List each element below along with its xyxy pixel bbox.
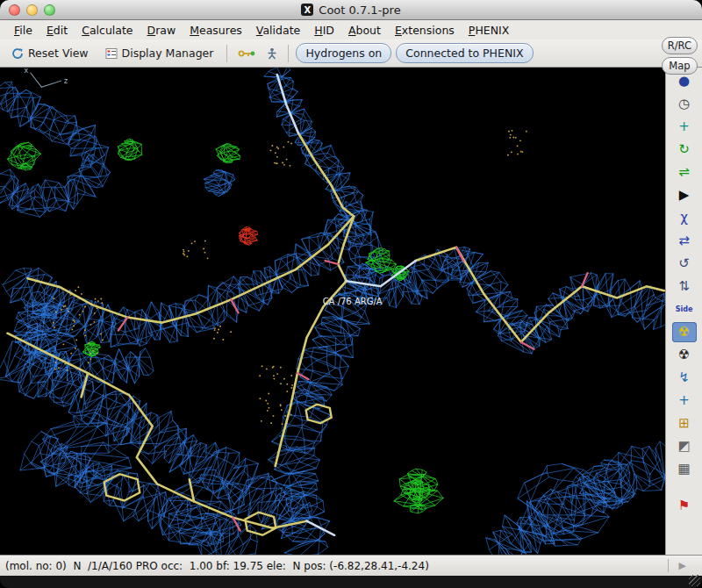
- mutate-icon[interactable]: ◩: [672, 436, 697, 456]
- svg-text:z: z: [64, 76, 68, 85]
- side-chain-icon[interactable]: Side: [672, 299, 697, 319]
- display-manager-label: Display Manager: [122, 47, 214, 60]
- menu-item-hid[interactable]: HID: [307, 22, 341, 39]
- menubar: FileEditCalculateDrawMeasuresValidateHID…: [0, 20, 702, 39]
- menu-item-file[interactable]: File: [7, 22, 39, 39]
- x11-icon: X: [301, 4, 313, 16]
- main-area: zx CA /76 ARG/A ●◷+↻⇌▶χ⇄↺⇅Side☢☢↯+⊞◩▦⚑: [0, 68, 702, 555]
- toolbar-separator: [288, 45, 289, 62]
- zoom-button[interactable]: [44, 4, 55, 16]
- gl-canvas[interactable]: zx CA /76 ARG/A: [0, 68, 665, 555]
- flag-icon[interactable]: ⚑: [672, 496, 697, 516]
- menu-item-about[interactable]: About: [341, 22, 388, 39]
- display-manager-icon: [105, 47, 118, 60]
- close-button[interactable]: [9, 4, 20, 16]
- display-manager-button[interactable]: Display Manager: [99, 44, 220, 62]
- task-arrow-icon: ▶: [668, 559, 697, 572]
- flip-icon[interactable]: ⇄: [672, 231, 697, 251]
- menu-item-phenix[interactable]: PHENIX: [462, 22, 516, 39]
- map-button[interactable]: Map: [662, 57, 698, 75]
- titlebar[interactable]: X Coot 0.7.1-pre: [0, 0, 702, 20]
- menu-item-edit[interactable]: Edit: [39, 22, 75, 39]
- key-icon: [238, 48, 255, 59]
- torsion-green-icon[interactable]: ⇌: [672, 162, 697, 183]
- minimize-button[interactable]: [26, 4, 38, 16]
- rotate-green-icon[interactable]: ↻: [672, 140, 697, 160]
- menu-item-draw[interactable]: Draw: [140, 22, 183, 39]
- chi-angles-icon[interactable]: χ: [672, 208, 697, 228]
- menu-item-validate[interactable]: Validate: [249, 22, 307, 39]
- reset-view-icon: [11, 47, 24, 60]
- right-toolbar: ●◷+↻⇌▶χ⇄↺⇅Side☢☢↯+⊞◩▦⚑: [665, 68, 702, 555]
- pointer-icon[interactable]: ▶: [672, 185, 697, 205]
- atom-label: CA /76 ARG/A: [323, 297, 383, 306]
- reset-view-label: Reset View: [28, 47, 89, 60]
- trash-icon[interactable]: ▦: [672, 459, 697, 479]
- rrc-button[interactable]: R/RC: [662, 37, 698, 54]
- add-water-icon[interactable]: ⊞: [672, 413, 697, 434]
- rigid-body-icon[interactable]: ⇅: [672, 276, 697, 297]
- hydrogens-toggle-button[interactable]: Hydrogens on: [296, 43, 391, 63]
- menu-item-extensions[interactable]: Extensions: [388, 22, 462, 39]
- regularize-icon[interactable]: ☢: [672, 345, 697, 365]
- menu-item-measures[interactable]: Measures: [183, 22, 249, 39]
- resize-grip[interactable]: [689, 575, 700, 586]
- pepflip-icon[interactable]: ↯: [672, 368, 697, 388]
- refine-icon[interactable]: ☢: [672, 322, 697, 342]
- reset-view-button[interactable]: Reset View: [5, 44, 95, 62]
- clock-icon[interactable]: ◷: [672, 94, 697, 114]
- menu-item-calculate[interactable]: Calculate: [75, 22, 140, 39]
- traffic-lights: [9, 4, 55, 16]
- electron-density-scene: zx: [0, 68, 665, 555]
- rotate-translate-icon[interactable]: ↺: [672, 254, 697, 274]
- phenix-connection-button[interactable]: Connected to PHENIX: [396, 43, 533, 63]
- svg-text:x: x: [24, 68, 28, 75]
- coot-window: X Coot 0.7.1-pre FileEditCalculateDrawMe…: [0, 0, 702, 588]
- status-text: (mol. no: 0) N /1/A/160 PRO occ: 1.00 bf…: [5, 560, 429, 572]
- right-gutter: R/RC Map: [662, 37, 698, 75]
- window-title: Coot 0.7.1-pre: [319, 4, 400, 17]
- person-icon: [267, 47, 277, 60]
- key-button[interactable]: [234, 47, 259, 61]
- window-bottom-frame: [0, 576, 702, 588]
- add-atom-icon[interactable]: +: [672, 391, 697, 411]
- figure-button[interactable]: [263, 46, 281, 61]
- statusbar: (mol. no: 0) N /1/A/160 PRO occ: 1.00 bf…: [0, 555, 702, 576]
- toolbar: Reset View Display Manager: [0, 39, 702, 68]
- toolbar-separator: [226, 45, 227, 62]
- move-axes-icon[interactable]: +: [672, 117, 697, 137]
